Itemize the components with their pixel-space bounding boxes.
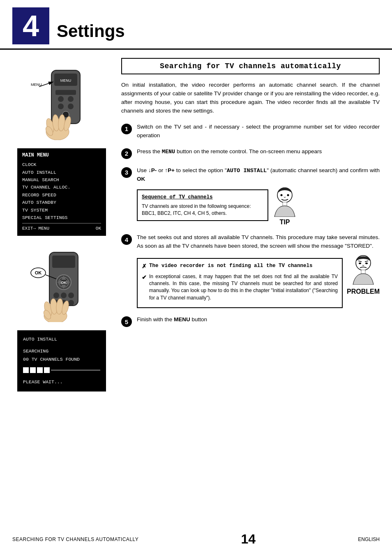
progress-block-3 [37,367,43,373]
right-column: Searching for TV channels automatically … [117,50,392,401]
menu-ok-label: OK [96,225,101,233]
step-3-number: 3 [121,167,132,178]
progress-bar [23,367,100,373]
step-3: 3 Use ↓P- or ↑P+ to select the option "A… [121,166,380,184]
problem-text: In exceptional cases, it may happen that… [149,273,338,302]
problem-title: The video recorder is not finding all th… [149,262,313,269]
progress-block-4 [44,367,50,373]
step-5: 5 Finish with the MENU button [121,315,380,327]
chapter-title: Settings [49,21,125,44]
step-2: 2 Press the MENU button on the remote co… [121,147,380,159]
svg-point-29 [68,292,74,298]
menu-title: MAIN MENU [22,152,101,159]
section-heading: Searching for TV channels automatically [121,58,380,74]
page-footer: Searching for TV channels automatically … [0,532,392,547]
menu-item-auto-standby: AUTO STANDBY [22,199,101,206]
step-5-text: Finish with the MENU button [137,315,380,324]
menu-item-tv-system: TV SYSTEM [22,207,101,214]
step-4-container: 4 The set seeks out and stores all avail… [121,233,380,308]
remote-ok-illustration: OK OK [21,244,103,322]
page-number: 14 [241,532,256,547]
svg-point-28 [61,292,67,298]
menu-item-tv-channel-alloc: TV CHANNEL ALLOC. [22,184,101,191]
svg-point-49 [359,263,361,264]
ok-confirm-label: OK [137,176,145,182]
step-5-number: 5 [121,316,132,327]
progress-block-1 [23,367,29,373]
progress-block-2 [30,367,36,373]
remote-menu-illustration: MENU MENU [16,58,107,140]
intro-text: On initial installation, the video recor… [121,81,380,115]
svg-point-50 [365,263,368,264]
page-header: 4 Settings [0,0,392,50]
step-3-main: 3 Use ↓P- or ↑P+ to select the option "A… [121,166,380,226]
menu-item-clock: CLOCK [22,161,101,168]
auto-install-option: AUTO INSTALL [227,168,267,174]
tip-box: Sequence of TV channels TV channels are … [137,189,268,221]
footer-language: English [358,537,380,542]
svg-point-27 [53,292,59,298]
problem-box-title-row: ✗ The video recorder is not finding all … [142,262,338,270]
menu-item-record-speed: RECORD SPEED [22,191,101,199]
menu-finish-label: MENU [174,316,190,322]
searching-label: SEARCHING [23,347,100,356]
svg-rect-19 [52,256,75,268]
progress-remaining [51,370,100,371]
svg-text:OK: OK [35,270,42,275]
left-column: MENU MENU [0,50,117,401]
step-3-text: Use ↓P- or ↑P+ to select the option "AUT… [137,166,380,184]
problem-x-symbol: ✗ [142,262,147,270]
menu-exit-label: EXIT→ MENU [22,225,49,233]
step-1-text: Switch on the TV set and - if necessary … [137,123,380,140]
tip-label: TIP [280,219,290,226]
svg-point-4 [58,96,64,102]
menu-screen-box: MAIN MENU CLOCK AUTO INSTALL MANUAL SEAR… [16,147,107,237]
menu-item-special-settings: SPECIAL SETTINGS [22,214,101,221]
svg-point-44 [287,194,289,196]
problem-box: ✗ The video recorder is not finding all … [137,258,343,308]
step-1: 1 Switch on the TV set and - if necessar… [121,123,380,140]
arrow-up-label: ↑P+ [165,167,175,173]
menu-divider [22,223,101,223]
svg-point-43 [281,194,283,196]
step-3-container: 3 Use ↓P- or ↑P+ to select the option "A… [121,166,380,226]
main-content: MENU MENU [0,50,392,401]
footer-left-text: Searching for TV channels automatically [12,537,138,542]
step-4-text: The set seeks out and stores all availab… [137,233,380,251]
svg-point-5 [68,96,74,102]
problem-box-text-row: ✔ In exceptional cases, it may happen th… [142,273,338,302]
problem-label: PROBLEM [347,288,380,295]
menu-item-manual-search: MANUAL SEARCH [22,176,101,184]
please-wait-label: PLEASE WAIT... [23,378,100,387]
svg-rect-3 [55,90,76,95]
svg-text:MENU: MENU [60,78,71,83]
svg-text:MENU: MENU [31,83,42,87]
chapter-number: 4 [12,7,49,44]
step-4: 4 The set seeks out and stores all avail… [121,233,380,251]
menu-item-auto-install: AUTO INSTALL [22,169,101,176]
step-2-number: 2 [121,148,132,159]
step-4-number: 4 [121,234,132,245]
problem-check-symbol: ✔ [142,273,147,281]
menu-bold-label: MENU [162,149,175,155]
step-2-text: Press the MENU button on the remote cont… [137,147,380,157]
step-4-main: 4 The set seeks out and stores all avail… [121,233,380,308]
menu-footer: EXIT→ MENU OK [22,225,101,233]
tip-person-illustration [272,186,297,217]
tip-box-text: TV channels are stored in the following … [142,203,263,217]
svg-point-7 [68,104,74,109]
step-1-number: 1 [121,124,132,134]
svg-text:OK: OK [61,281,67,285]
auto-install-title: AUTO INSTALL [23,335,100,344]
tip-box-title: Sequence of TV channels [142,193,263,201]
problem-person-illustration [351,254,376,285]
auto-install-screen: AUTO INSTALL SEARCHING 00 TV CHANNELS FO… [16,329,107,392]
svg-point-32 [68,300,74,306]
arrow-down-label: ↓P- [148,167,157,173]
channels-found-label: 00 TV CHANNELS FOUND [23,355,100,364]
svg-point-6 [58,104,64,109]
